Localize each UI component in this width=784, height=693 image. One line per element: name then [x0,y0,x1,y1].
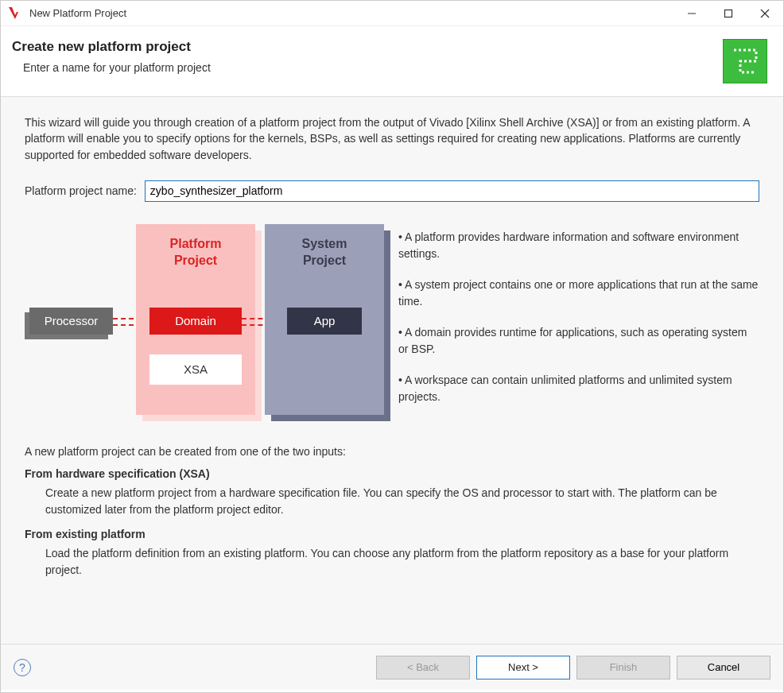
wizard-footer: ? < Back Next > Finish Cancel [1,644,783,690]
wizard-header: Create new platform project Enter a name… [1,26,783,97]
desc-existing-text: Load the platform definition from an exi… [45,545,759,579]
diagram-domain-box: Domain [149,308,242,335]
project-name-input[interactable] [145,180,759,202]
help-button[interactable]: ? [14,659,31,676]
bullet-domain: • A domain provides runtime for applicat… [398,324,759,358]
cancel-button[interactable]: Cancel [677,656,770,679]
info-bullets: • A platform provides hardware informati… [398,223,759,420]
description-block: A new platform project can be created fr… [25,445,759,579]
minimize-button[interactable] [673,1,710,26]
intro-text: This wizard will guide you through creat… [25,114,759,163]
diagram-xsa-box: XSA [149,354,242,385]
next-button[interactable]: Next > [476,656,570,679]
page-heading: Create new platform project [12,39,211,55]
bullet-workspace: • A workspace can contain unlimited plat… [398,372,759,405]
desc-xsa-heading: From hardware specification (XSA) [25,467,759,480]
titlebar: New Platform Project [1,1,783,26]
project-name-label: Platform project name: [25,184,137,197]
vitis-app-icon [7,6,23,21]
diagram-platform-title: PlatformProject [136,235,255,269]
svg-rect-1 [725,10,732,17]
platform-header-icon [723,39,767,83]
diagram-processor-box: Processor [29,308,113,335]
finish-button[interactable]: Finish [576,656,670,679]
desc-xsa-text: Create a new platform project from a har… [45,485,759,518]
diagram-system-title: SystemProject [265,235,384,269]
desc-existing-heading: From existing platform [25,528,759,540]
window-title: New Platform Project [29,7,673,19]
desc-lead: A new platform project can be created fr… [25,445,759,458]
maximize-button[interactable] [710,1,747,26]
bullet-platform: • A platform provides hardware informati… [398,229,759,262]
diagram-app-box: App [287,308,362,335]
back-button[interactable]: < Back [376,656,470,679]
page-subheading: Enter a name for your platform project [23,61,211,74]
window-controls [673,1,783,25]
bullet-system: • A system project contains one or more … [398,277,759,310]
close-button[interactable] [747,1,783,26]
wizard-content: This wizard will guide you through creat… [1,97,783,644]
platform-diagram: Processor PlatformProject Domain XSA Sys… [25,223,398,421]
help-icon: ? [19,661,25,674]
